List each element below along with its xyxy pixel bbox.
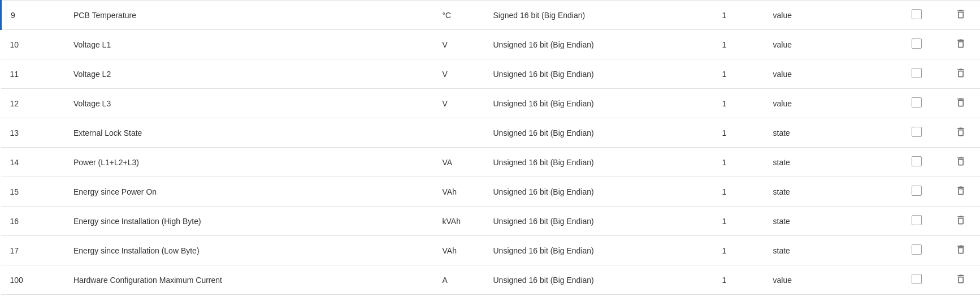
delete-icon[interactable] [955,156,966,167]
row-delete-cell [942,177,981,207]
row-number: 13 [1,118,65,148]
row-registers: 1 [713,30,764,59]
row-number: 16 [1,207,65,236]
row-checkbox[interactable] [912,38,922,49]
row-data-type: Unsigned 16 bit (Big Endian) [484,118,713,148]
row-name: Energy since Installation (Low Byte) [64,236,433,265]
table-row: 16 Energy since Installation (High Byte)… [1,207,981,236]
row-checkbox[interactable] [912,9,922,19]
row-delete-cell [942,59,981,89]
row-unit: V [433,89,484,118]
row-delete-cell [942,1,981,30]
table-row: 15 Energy since Power On VAh Unsigned 16… [1,177,981,207]
row-registers: 1 [713,177,764,207]
row-registers: 1 [713,118,764,148]
row-checkbox-cell [891,30,942,59]
row-registers: 1 [713,59,764,89]
row-function-type: state [764,177,891,207]
row-name: Power (L1+L2+L3) [64,148,433,177]
row-data-type: Unsigned 16 bit (Big Endian) [484,177,713,207]
row-delete-cell [942,236,981,265]
row-data-type: Unsigned 16 bit (Big Endian) [484,59,713,89]
row-registers: 1 [713,89,764,118]
row-checkbox[interactable] [912,97,922,108]
row-name: PCB Temperature [64,1,433,30]
row-unit: A [433,265,484,295]
delete-icon[interactable] [955,8,966,20]
row-function-type: value [764,265,891,295]
row-unit: VAh [433,236,484,265]
row-checkbox[interactable] [912,215,922,225]
row-checkbox[interactable] [912,156,922,166]
row-function-type: value [764,59,891,89]
row-delete-cell [942,148,981,177]
row-number: 11 [1,59,65,89]
table-row: 100 Hardware Configuration Maximum Curre… [1,265,981,295]
table-row: 12 Voltage L3 V Unsigned 16 bit (Big End… [1,89,981,118]
row-registers: 1 [713,236,764,265]
delete-icon[interactable] [955,214,966,226]
delete-icon[interactable] [955,244,966,255]
delete-icon[interactable] [955,185,966,196]
row-name: Hardware Configuration Maximum Current [64,265,433,295]
delete-icon[interactable] [955,97,966,108]
row-checkbox[interactable] [912,127,922,137]
delete-icon[interactable] [955,67,966,79]
row-function-type: state [764,118,891,148]
row-function-type: state [764,207,891,236]
row-delete-cell [942,207,981,236]
row-unit: °C [433,1,484,30]
row-number: 15 [1,177,65,207]
row-registers: 1 [713,1,764,30]
delete-icon[interactable] [955,38,966,49]
table-row: 11 Voltage L2 V Unsigned 16 bit (Big End… [1,59,981,89]
row-number: 12 [1,89,65,118]
row-delete-cell [942,89,981,118]
row-checkbox-cell [891,1,942,30]
row-registers: 1 [713,148,764,177]
row-number: 100 [1,265,65,295]
row-checkbox[interactable] [912,68,922,78]
row-number: 14 [1,148,65,177]
row-unit: VAh [433,177,484,207]
row-delete-cell [942,265,981,295]
row-number: 17 [1,236,65,265]
row-name: Voltage L1 [64,30,433,59]
row-unit: kVAh [433,207,484,236]
row-data-type: Unsigned 16 bit (Big Endian) [484,30,713,59]
table-row: 10 Voltage L1 V Unsigned 16 bit (Big End… [1,30,981,59]
row-delete-cell [942,118,981,148]
row-checkbox[interactable] [912,274,922,284]
row-function-type: value [764,89,891,118]
row-data-type: Unsigned 16 bit (Big Endian) [484,148,713,177]
registers-table: 9 PCB Temperature °C Signed 16 bit (Big … [0,0,980,295]
row-checkbox-cell [891,59,942,89]
row-function-type: state [764,236,891,265]
row-name: Voltage L3 [64,89,433,118]
row-checkbox-cell [891,207,942,236]
row-name: Voltage L2 [64,59,433,89]
row-data-type: Signed 16 bit (Big Endian) [484,1,713,30]
table-row: 13 External Lock State Unsigned 16 bit (… [1,118,981,148]
row-registers: 1 [713,265,764,295]
row-number: 10 [1,30,65,59]
row-checkbox[interactable] [912,186,922,196]
row-function-type: state [764,148,891,177]
row-data-type: Unsigned 16 bit (Big Endian) [484,89,713,118]
row-checkbox[interactable] [912,244,922,255]
row-unit: V [433,30,484,59]
row-checkbox-cell [891,89,942,118]
delete-icon[interactable] [955,126,966,138]
row-function-type: value [764,1,891,30]
row-checkbox-cell [891,236,942,265]
row-function-type: value [764,30,891,59]
row-checkbox-cell [891,118,942,148]
table-row: 9 PCB Temperature °C Signed 16 bit (Big … [1,1,981,30]
row-unit: VA [433,148,484,177]
row-name: Energy since Power On [64,177,433,207]
delete-icon[interactable] [955,273,966,285]
row-unit [433,118,484,148]
table-row: 17 Energy since Installation (Low Byte) … [1,236,981,265]
row-delete-cell [942,30,981,59]
row-data-type: Unsigned 16 bit (Big Endian) [484,207,713,236]
